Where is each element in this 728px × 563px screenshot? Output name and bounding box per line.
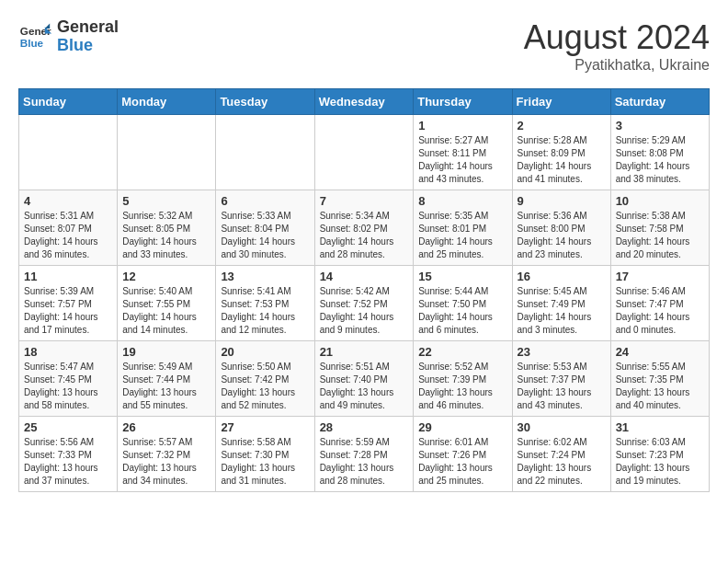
calendar-cell: 23Sunrise: 5:53 AM Sunset: 7:37 PM Dayli… [512, 341, 610, 417]
calendar-cell: 1Sunrise: 5:27 AM Sunset: 8:11 PM Daylig… [414, 115, 512, 190]
day-info: Sunrise: 5:36 AM Sunset: 8:00 PM Dayligh… [518, 210, 606, 261]
weekday-header-thursday: Thursday [414, 89, 512, 115]
calendar-cell: 27Sunrise: 5:58 AM Sunset: 7:30 PM Dayli… [216, 417, 314, 492]
calendar-cell: 3Sunrise: 5:29 AM Sunset: 8:08 PM Daylig… [610, 115, 709, 190]
day-info: Sunrise: 5:28 AM Sunset: 8:09 PM Dayligh… [518, 134, 606, 186]
logo-general-text: General [57, 18, 119, 37]
calendar-cell: 13Sunrise: 5:41 AM Sunset: 7:53 PM Dayli… [216, 266, 314, 341]
calendar-cell: 14Sunrise: 5:42 AM Sunset: 7:52 PM Dayli… [314, 266, 414, 341]
calendar-cell: 31Sunrise: 6:03 AM Sunset: 7:23 PM Dayli… [610, 417, 709, 492]
day-number: 27 [221, 420, 309, 434]
calendar-cell: 22Sunrise: 5:52 AM Sunset: 7:39 PM Dayli… [414, 341, 512, 417]
calendar-week-2: 4Sunrise: 5:31 AM Sunset: 8:07 PM Daylig… [19, 190, 710, 266]
calendar-week-5: 25Sunrise: 5:56 AM Sunset: 7:33 PM Dayli… [19, 417, 710, 492]
day-info: Sunrise: 5:31 AM Sunset: 8:07 PM Dayligh… [24, 210, 112, 261]
day-info: Sunrise: 5:44 AM Sunset: 7:50 PM Dayligh… [418, 285, 506, 337]
day-info: Sunrise: 5:39 AM Sunset: 7:57 PM Dayligh… [24, 285, 112, 337]
day-number: 22 [418, 345, 506, 359]
day-number: 29 [418, 420, 506, 434]
day-info: Sunrise: 5:41 AM Sunset: 7:53 PM Dayligh… [221, 285, 309, 337]
calendar-cell [19, 115, 118, 190]
day-number: 13 [221, 270, 309, 283]
day-number: 16 [518, 270, 606, 283]
day-info: Sunrise: 5:42 AM Sunset: 7:52 PM Dayligh… [320, 285, 409, 337]
day-number: 28 [320, 420, 409, 434]
day-info: Sunrise: 5:56 AM Sunset: 7:33 PM Dayligh… [24, 436, 112, 488]
calendar-cell: 10Sunrise: 5:38 AM Sunset: 7:58 PM Dayli… [610, 190, 709, 266]
day-number: 20 [221, 345, 309, 359]
calendar-cell: 19Sunrise: 5:49 AM Sunset: 7:44 PM Dayli… [118, 341, 216, 417]
calendar-cell: 17Sunrise: 5:46 AM Sunset: 7:47 PM Dayli… [610, 266, 709, 341]
weekday-header-friday: Friday [512, 89, 610, 115]
calendar-cell: 4Sunrise: 5:31 AM Sunset: 8:07 PM Daylig… [19, 190, 118, 266]
calendar-cell [216, 115, 314, 190]
day-info: Sunrise: 5:46 AM Sunset: 7:47 PM Dayligh… [616, 285, 704, 337]
day-info: Sunrise: 5:35 AM Sunset: 8:01 PM Dayligh… [418, 210, 506, 261]
calendar-cell: 21Sunrise: 5:51 AM Sunset: 7:40 PM Dayli… [314, 341, 414, 417]
day-number: 6 [221, 194, 309, 208]
calendar-cell: 29Sunrise: 6:01 AM Sunset: 7:26 PM Dayli… [414, 417, 512, 492]
day-number: 2 [518, 119, 606, 132]
calendar-cell [118, 115, 216, 190]
calendar-cell: 30Sunrise: 6:02 AM Sunset: 7:24 PM Dayli… [512, 417, 610, 492]
day-info: Sunrise: 5:34 AM Sunset: 8:02 PM Dayligh… [320, 210, 409, 261]
day-number: 31 [616, 420, 704, 434]
day-info: Sunrise: 6:02 AM Sunset: 7:24 PM Dayligh… [518, 436, 606, 488]
weekday-header-wednesday: Wednesday [314, 89, 414, 115]
calendar-cell: 18Sunrise: 5:47 AM Sunset: 7:45 PM Dayli… [19, 341, 118, 417]
day-number: 11 [24, 270, 112, 283]
day-info: Sunrise: 5:40 AM Sunset: 7:55 PM Dayligh… [122, 285, 210, 337]
day-info: Sunrise: 5:27 AM Sunset: 8:11 PM Dayligh… [418, 134, 506, 186]
day-info: Sunrise: 5:55 AM Sunset: 7:35 PM Dayligh… [616, 361, 704, 412]
day-info: Sunrise: 5:50 AM Sunset: 7:42 PM Dayligh… [221, 361, 309, 412]
day-info: Sunrise: 6:03 AM Sunset: 7:23 PM Dayligh… [616, 436, 704, 488]
calendar-cell: 2Sunrise: 5:28 AM Sunset: 8:09 PM Daylig… [512, 115, 610, 190]
weekday-header-tuesday: Tuesday [216, 89, 314, 115]
day-number: 15 [418, 270, 506, 283]
day-number: 30 [518, 420, 606, 434]
calendar-week-1: 1Sunrise: 5:27 AM Sunset: 8:11 PM Daylig… [19, 115, 710, 190]
day-number: 19 [122, 345, 210, 359]
day-number: 21 [320, 345, 409, 359]
day-number: 3 [616, 119, 704, 132]
page-header: General Blue General Blue August 2024 Py… [18, 18, 710, 74]
calendar-week-4: 18Sunrise: 5:47 AM Sunset: 7:45 PM Dayli… [19, 341, 710, 417]
day-number: 10 [616, 194, 704, 208]
day-number: 18 [24, 345, 112, 359]
day-number: 8 [418, 194, 506, 208]
day-number: 17 [616, 270, 704, 283]
location: Pyatikhatka, Ukraine [524, 57, 710, 74]
weekday-header-monday: Monday [118, 89, 216, 115]
day-info: Sunrise: 5:38 AM Sunset: 7:58 PM Dayligh… [616, 210, 704, 261]
calendar-cell: 24Sunrise: 5:55 AM Sunset: 7:35 PM Dayli… [610, 341, 709, 417]
calendar-cell: 8Sunrise: 5:35 AM Sunset: 8:01 PM Daylig… [414, 190, 512, 266]
calendar-cell: 20Sunrise: 5:50 AM Sunset: 7:42 PM Dayli… [216, 341, 314, 417]
day-info: Sunrise: 5:52 AM Sunset: 7:39 PM Dayligh… [418, 361, 506, 412]
calendar-cell: 15Sunrise: 5:44 AM Sunset: 7:50 PM Dayli… [414, 266, 512, 341]
day-number: 1 [418, 119, 506, 132]
calendar-cell: 5Sunrise: 5:32 AM Sunset: 8:05 PM Daylig… [118, 190, 216, 266]
logo: General Blue General Blue [18, 18, 119, 55]
day-number: 26 [122, 420, 210, 434]
day-number: 4 [24, 194, 112, 208]
day-number: 7 [320, 194, 409, 208]
weekday-header-row: SundayMondayTuesdayWednesdayThursdayFrid… [19, 89, 710, 115]
calendar-cell: 25Sunrise: 5:56 AM Sunset: 7:33 PM Dayli… [19, 417, 118, 492]
weekday-header-saturday: Saturday [610, 89, 709, 115]
logo-blue-text: Blue [57, 37, 119, 55]
day-info: Sunrise: 5:58 AM Sunset: 7:30 PM Dayligh… [221, 436, 309, 488]
day-info: Sunrise: 5:32 AM Sunset: 8:05 PM Dayligh… [122, 210, 210, 261]
day-info: Sunrise: 5:53 AM Sunset: 7:37 PM Dayligh… [518, 361, 606, 412]
day-number: 5 [122, 194, 210, 208]
calendar-week-3: 11Sunrise: 5:39 AM Sunset: 7:57 PM Dayli… [19, 266, 710, 341]
day-info: Sunrise: 5:47 AM Sunset: 7:45 PM Dayligh… [24, 361, 112, 412]
day-number: 14 [320, 270, 409, 283]
month-year: August 2024 [524, 18, 710, 57]
calendar-cell: 11Sunrise: 5:39 AM Sunset: 7:57 PM Dayli… [19, 266, 118, 341]
day-info: Sunrise: 5:51 AM Sunset: 7:40 PM Dayligh… [320, 361, 409, 412]
day-info: Sunrise: 5:33 AM Sunset: 8:04 PM Dayligh… [221, 210, 309, 261]
day-info: Sunrise: 6:01 AM Sunset: 7:26 PM Dayligh… [418, 436, 506, 488]
calendar-cell: 28Sunrise: 5:59 AM Sunset: 7:28 PM Dayli… [314, 417, 414, 492]
calendar-cell: 7Sunrise: 5:34 AM Sunset: 8:02 PM Daylig… [314, 190, 414, 266]
title-block: August 2024 Pyatikhatka, Ukraine [524, 18, 710, 74]
